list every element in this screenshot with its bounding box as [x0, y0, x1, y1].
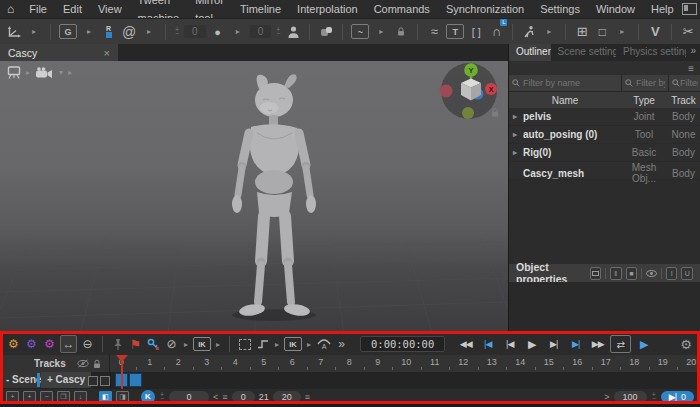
unlink-toggle-icon[interactable]: U	[681, 267, 693, 280]
zoom-stepper[interactable]: +−	[652, 393, 656, 401]
physics-magenta-gear-icon[interactable]: ⚙	[42, 336, 57, 352]
auto-physics-orange-gear-icon[interactable]: ⚙	[6, 336, 21, 352]
tab-physics-settings[interactable]: Physics settings	[616, 44, 686, 61]
arch-tool-icon[interactable]: ∩L	[488, 23, 504, 41]
physics-violet-gear-icon[interactable]: ⚙	[24, 336, 39, 352]
square-view-icon[interactable]: □	[594, 23, 610, 41]
ghost-objects-icon[interactable]	[318, 23, 334, 41]
next-interval-button[interactable]: >	[604, 392, 609, 402]
timeline-overflow-button[interactable]: »	[334, 336, 349, 352]
character-3d-model[interactable]	[200, 69, 350, 329]
expander-icon[interactable]: ▸	[513, 130, 520, 139]
column-name[interactable]: Name	[509, 95, 621, 106]
animation-run-icon[interactable]	[521, 23, 537, 41]
manipulator-dropdown-caret[interactable]: ▸	[26, 23, 42, 41]
scene-board-icon[interactable]	[7, 66, 21, 79]
home-icon[interactable]: ⌂	[0, 2, 21, 16]
edit-lock-icon[interactable]	[393, 23, 409, 41]
prev-interval-button[interactable]: <	[213, 392, 218, 402]
interval-start-field[interactable]: 0	[232, 391, 255, 403]
import-track-icon[interactable]: ↓	[74, 391, 87, 403]
remove-interval-icon[interactable]: ⊖	[80, 336, 95, 352]
ik-secondary-button[interactable]: IK	[284, 337, 302, 351]
v-tool-icon[interactable]: V	[647, 23, 663, 41]
camera-icon[interactable]	[35, 67, 54, 78]
current-frame-field[interactable]: 0	[169, 391, 209, 403]
view-dropdown-caret[interactable]: ▸	[614, 23, 630, 41]
value-b-stepper[interactable]: +−	[276, 28, 280, 36]
disable-icon[interactable]: ⊘	[164, 336, 179, 352]
remove-track-icon[interactable]: −	[40, 391, 53, 403]
outliner-row[interactable]: ▸auto_posing (0) Tool None	[509, 126, 700, 144]
manipulator-axis-icon[interactable]	[6, 23, 22, 41]
menu-item[interactable]: Edit	[55, 0, 90, 18]
flag-marker-icon[interactable]: ⚑	[128, 336, 143, 352]
auto-interpolation-icon[interactable]: A	[316, 336, 331, 352]
track-checkbox-1[interactable]	[88, 376, 98, 386]
rotate-mode-icon[interactable]: R	[101, 23, 117, 41]
end-frame-control[interactable]: ▶| 0	[661, 391, 694, 403]
menu-item[interactable]: Timeline	[232, 0, 289, 18]
play-button[interactable]: ▶	[522, 336, 541, 352]
mirror-left-icon[interactable]: ◧	[99, 391, 112, 403]
timecode-display[interactable]: 0:00:00:00	[360, 336, 445, 352]
column-track[interactable]: Track	[667, 95, 700, 106]
interpolation-curve-icon[interactable]: ~	[351, 24, 369, 39]
keyframe-cell-1[interactable]	[129, 373, 142, 387]
value-b-field[interactable]: 0	[250, 25, 272, 38]
add-track-icon[interactable]: +	[6, 391, 19, 403]
tab-outliner[interactable]: Outliner	[509, 44, 551, 61]
fast-forward-button[interactable]: ▶▶	[588, 336, 607, 352]
key-dropdown-caret[interactable]: ▸	[182, 336, 190, 352]
expander-icon[interactable]: ▸	[513, 112, 520, 121]
menu-item[interactable]: Commands	[366, 0, 438, 18]
run-dropdown-caret[interactable]: ▸	[541, 23, 557, 41]
menu-item[interactable]: Synchronization	[438, 0, 532, 18]
grid-view-icon[interactable]: ⊞	[574, 23, 590, 41]
timeline-ruler[interactable]: 01234567891011121314151617181920 Tracks	[0, 355, 700, 372]
menu-item[interactable]: Help	[643, 0, 682, 18]
text-tool-icon[interactable]: T	[446, 24, 464, 39]
auto-posing-icon[interactable]: @	[121, 23, 137, 41]
viewport-3d[interactable]: ▸ ▾ ▸	[0, 61, 508, 333]
panel-mode-icon[interactable]	[590, 267, 602, 280]
fps-field[interactable]: 20	[273, 391, 301, 403]
menu-item[interactable]: Window	[588, 0, 643, 18]
zoom-level-field[interactable]: 100	[614, 391, 647, 403]
prev-frame-button[interactable]: |◀	[500, 336, 519, 352]
play-edit-button[interactable]: ▶	[634, 336, 653, 352]
value-a-field[interactable]: 0	[184, 25, 206, 38]
brackets-icon[interactable]: [ ]	[468, 23, 484, 41]
lock-tracks-icon[interactable]	[93, 359, 101, 369]
loop-playback-button[interactable]: ⇄	[610, 335, 631, 353]
duplicate-track-icon[interactable]: ❐	[57, 391, 70, 403]
close-tab-icon[interactable]: ×	[104, 47, 110, 59]
add-interval-icon[interactable]: +	[23, 391, 36, 403]
auto-posing-dropdown-caret[interactable]: ▸	[141, 23, 157, 41]
space-dropdown-caret[interactable]: ▸	[81, 23, 97, 41]
outliner-row[interactable]: ▸pelvis Joint Body	[509, 108, 700, 126]
outliner-row[interactable]: Cascy_mesh Mesh Obj... Body	[509, 162, 700, 180]
ik-mode-button[interactable]: IK	[193, 337, 211, 351]
column-type[interactable]: Type	[621, 95, 667, 106]
frame-stepper[interactable]: +−	[160, 393, 164, 401]
track-checkbox-2[interactable]	[100, 376, 110, 386]
tabs-overflow-button[interactable]: »	[686, 44, 700, 61]
camera-dropdown-caret[interactable]: ▾	[59, 68, 63, 77]
step-interpolation-icon[interactable]	[255, 336, 270, 352]
playhead-handle[interactable]	[116, 355, 128, 362]
ghost-selection-icon[interactable]	[237, 336, 252, 352]
ik-secondary-caret[interactable]: ▸	[305, 336, 313, 352]
global-space-button[interactable]: G	[59, 24, 77, 39]
tab-scene-settings[interactable]: Scene settings	[551, 44, 617, 61]
interval-menu-icon[interactable]: ≡	[222, 392, 227, 402]
prev-keyframe-button[interactable]: |◀	[478, 336, 497, 352]
outliner-row[interactable]: ▸Rig(0) Basic Body	[509, 144, 700, 162]
curves-wave-icon[interactable]: ≈	[426, 23, 442, 41]
interpolation-toggle-icon[interactable]: I	[666, 267, 678, 280]
menu-item[interactable]: Settings	[532, 0, 588, 18]
curve-dropdown-caret[interactable]: ▸	[373, 23, 389, 41]
value-a-stepper[interactable]: +−	[175, 28, 179, 36]
point-size-icon[interactable]: ●	[210, 23, 226, 41]
visibility-eye-icon[interactable]	[646, 268, 657, 279]
